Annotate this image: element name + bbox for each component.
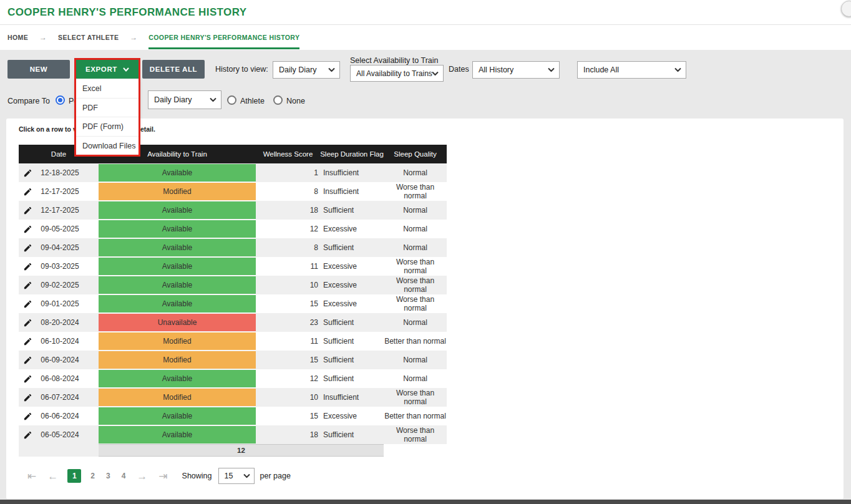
new-button[interactable]: NEW (7, 60, 70, 79)
footer-summary-value: 12 (99, 444, 384, 457)
date-cell: 06-09-2024 (37, 351, 99, 369)
sleep-duration-flag-cell: Excessive (320, 220, 384, 238)
compare-athlete-radio[interactable] (227, 95, 236, 105)
edit-icon[interactable] (19, 388, 37, 407)
date-cell: 08-20-2024 (37, 313, 99, 332)
sleep-quality-cell: Normal (384, 220, 447, 238)
next-page-icon[interactable]: → (137, 471, 147, 482)
previous-page-icon[interactable]: ← (47, 471, 58, 482)
edit-icon[interactable] (19, 163, 37, 182)
edit-icon[interactable] (19, 351, 37, 369)
include-value: Include All (583, 65, 619, 74)
export-menu-item[interactable]: PDF (76, 98, 139, 117)
history-to-view-label: History to view: (215, 65, 268, 74)
table-row[interactable]: 06-07-2024Modified10InsufficientWorse th… (19, 388, 447, 407)
edit-icon[interactable] (19, 369, 37, 388)
date-cell: 06-05-2024 (37, 425, 99, 444)
app-window: COOPER HENRY'S PERFORMANCE HISTORY HOME→… (0, 0, 851, 504)
table-row[interactable]: 09-05-2025Available12ExcessiveNormal (19, 220, 447, 238)
availability-cell: Available (99, 294, 256, 313)
bottom-bar (0, 500, 851, 504)
footer-spacer (384, 444, 447, 457)
export-menu-item[interactable]: PDF (Form) (76, 117, 139, 136)
edit-icon[interactable] (19, 257, 37, 276)
table-row[interactable]: 12-17-2025Available18SufficientNormal (19, 201, 447, 220)
content-panel: Click on a row to view the Daily Diary d… (6, 119, 844, 499)
first-page-icon[interactable]: ⇤ (27, 471, 36, 482)
date-cell: 09-02-2025 (37, 276, 99, 294)
wellness-score-cell: 8 (256, 182, 320, 201)
table-row[interactable]: 06-08-2024Available12SufficientNormal (19, 369, 447, 388)
wellness-score-cell: 10 (256, 276, 320, 294)
edit-icon[interactable] (19, 332, 37, 351)
table-row[interactable]: 06-10-2024Modified11SufficientBetter tha… (19, 332, 447, 351)
column-header-sleep-flag: Sleep Duration Flag (320, 150, 384, 158)
edit-icon[interactable] (19, 313, 37, 332)
page-size-select[interactable]: 15 (218, 468, 255, 484)
export-button[interactable]: EXPORT (76, 60, 139, 79)
breadcrumb-item[interactable]: HOME (7, 34, 28, 41)
sleep-quality-cell: Better than normal (384, 407, 447, 425)
table-row[interactable]: 06-09-2024Modified15SufficientNormal (19, 351, 447, 369)
dates-select[interactable]: All History (472, 61, 560, 79)
page-button[interactable]: 4 (122, 472, 126, 480)
availability-badge: Available (99, 164, 256, 182)
export-menu-item[interactable]: Excel (76, 79, 139, 98)
edit-icon[interactable] (19, 238, 37, 257)
date-cell: 09-04-2025 (37, 238, 99, 257)
page-button[interactable]: 3 (106, 472, 110, 480)
export-menu-item[interactable]: Download Files (76, 136, 139, 155)
compare-athlete-radio-label: Athlete (240, 97, 265, 105)
edit-icon[interactable] (19, 201, 37, 220)
page-button[interactable]: 2 (90, 472, 95, 480)
include-select[interactable]: Include All (577, 61, 686, 79)
sleep-duration-flag-cell: Sufficient (320, 369, 384, 388)
compare-none-radio[interactable] (273, 95, 283, 105)
availability-filter-label: Select Availability to Train (350, 56, 439, 65)
availability-badge: Modified (99, 389, 256, 406)
sleep-quality-cell: Normal (384, 163, 447, 182)
table-body: 12-18-2025Available1InsufficientNormal12… (19, 163, 447, 444)
breadcrumb-item[interactable]: SELECT ATHLETE (58, 34, 119, 41)
table-row[interactable]: 09-02-2025Available10ExcessiveWorse than… (19, 276, 447, 294)
delete-all-button[interactable]: DELETE ALL (142, 60, 205, 79)
history-to-view-select[interactable]: Daily Diary (273, 61, 340, 79)
edit-icon[interactable] (19, 220, 37, 238)
table-row[interactable]: 09-01-2025Available15ExcessiveWorse than… (19, 294, 447, 313)
table-row[interactable]: 09-04-2025Available8SufficientNormal (19, 238, 447, 257)
wellness-score-cell: 12 (256, 369, 320, 388)
per-page-label: per page (260, 472, 291, 480)
compare-select[interactable]: Daily Diary (148, 90, 221, 109)
last-page-icon[interactable]: ⇥ (158, 471, 167, 482)
chevron-down-icon (243, 474, 250, 478)
wellness-score-cell: 12 (256, 220, 320, 238)
breadcrumb-item[interactable]: COOPER HENRY'S PERFORMANCE HISTORY (148, 34, 299, 41)
table-row[interactable]: 12-17-2025Modified8InsufficientWorse tha… (19, 182, 447, 201)
sleep-duration-flag-cell: Insufficient (320, 182, 384, 201)
sleep-duration-flag-cell: Excessive (320, 257, 384, 276)
availability-badge: Available (99, 201, 256, 219)
table-row[interactable]: 08-20-2024Unavailable23SufficientNormal (19, 313, 447, 332)
sleep-duration-flag-cell: Excessive (320, 407, 384, 425)
table-row[interactable]: 09-03-2025Available11ExcessiveWorse than… (19, 257, 447, 276)
compare-personal-radio[interactable] (56, 95, 65, 105)
availability-filter-select[interactable]: All Availability to Trains (350, 65, 444, 82)
history-to-view-value: Daily Diary (279, 65, 316, 74)
sleep-quality-cell: Normal (384, 351, 447, 369)
edit-icon[interactable] (19, 276, 37, 294)
sleep-quality-cell: Better than normal (384, 332, 447, 351)
table-row[interactable]: 06-06-2024Available15ExcessiveBetter tha… (19, 407, 447, 425)
sleep-quality-cell: Worse than normal (384, 294, 447, 313)
edit-icon[interactable] (19, 294, 37, 313)
sleep-quality-cell: Worse than normal (384, 276, 447, 294)
edit-icon[interactable] (19, 425, 37, 444)
page-button-active[interactable]: 1 (67, 469, 81, 483)
edit-icon[interactable] (19, 407, 37, 425)
sleep-duration-flag-cell: Excessive (320, 294, 384, 313)
availability-badge: Available (99, 220, 256, 238)
edit-icon[interactable] (19, 182, 37, 201)
availability-cell: Available (99, 407, 256, 425)
wellness-score-cell: 15 (256, 407, 320, 425)
table-row[interactable]: 06-05-2024Available18SufficientWorse tha… (19, 425, 447, 444)
table-row[interactable]: 12-18-2025Available1InsufficientNormal (19, 163, 447, 182)
